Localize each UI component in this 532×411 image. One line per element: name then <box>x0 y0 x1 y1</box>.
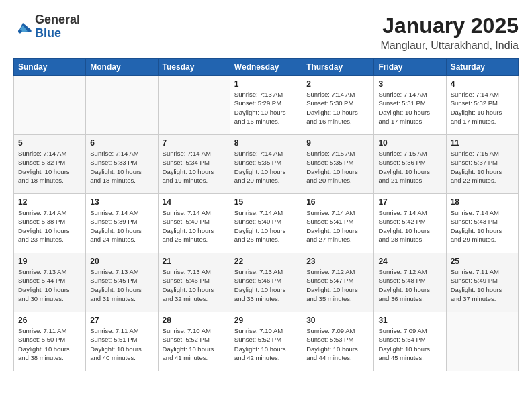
month-title: January 2025 <box>381 13 519 38</box>
day-info: Sunrise: 7:14 AM Sunset: 5:34 PM Dayligh… <box>163 149 226 185</box>
calendar-cell: 18Sunrise: 7:14 AM Sunset: 5:43 PM Dayli… <box>446 194 518 253</box>
calendar-cell: 16Sunrise: 7:14 AM Sunset: 5:41 PM Dayli… <box>302 194 374 253</box>
day-number: 7 <box>163 138 226 148</box>
calendar-cell: 14Sunrise: 7:14 AM Sunset: 5:40 PM Dayli… <box>158 194 230 253</box>
calendar-cell: 10Sunrise: 7:15 AM Sunset: 5:36 PM Dayli… <box>374 135 446 194</box>
calendar-cell: 24Sunrise: 7:12 AM Sunset: 5:48 PM Dayli… <box>374 253 446 312</box>
calendar-cell: 30Sunrise: 7:09 AM Sunset: 5:53 PM Dayli… <box>302 312 374 371</box>
day-info: Sunrise: 7:14 AM Sunset: 5:42 PM Dayligh… <box>378 208 441 244</box>
weekday-header-thursday: Thursday <box>302 59 374 76</box>
calendar-cell: 17Sunrise: 7:14 AM Sunset: 5:42 PM Dayli… <box>374 194 446 253</box>
day-number: 1 <box>234 79 298 89</box>
weekday-header-sunday: Sunday <box>14 59 86 76</box>
day-info: Sunrise: 7:14 AM Sunset: 5:40 PM Dayligh… <box>163 208 226 244</box>
day-info: Sunrise: 7:11 AM Sunset: 5:50 PM Dayligh… <box>18 326 81 362</box>
day-info: Sunrise: 7:11 AM Sunset: 5:51 PM Dayligh… <box>90 326 153 362</box>
day-number: 14 <box>163 197 226 207</box>
day-info: Sunrise: 7:14 AM Sunset: 5:43 PM Dayligh… <box>451 208 514 244</box>
day-number: 31 <box>378 316 441 325</box>
day-info: Sunrise: 7:13 AM Sunset: 5:29 PM Dayligh… <box>234 90 298 126</box>
day-info: Sunrise: 7:14 AM Sunset: 5:32 PM Dayligh… <box>18 149 81 185</box>
svg-point-2 <box>18 30 22 34</box>
day-number: 24 <box>378 257 441 266</box>
calendar-week-3: 12Sunrise: 7:14 AM Sunset: 5:38 PM Dayli… <box>14 194 519 253</box>
calendar-cell: 31Sunrise: 7:09 AM Sunset: 5:54 PM Dayli… <box>374 312 446 371</box>
page-header: General Blue January 2025 Manglaur, Utta… <box>13 13 519 52</box>
weekday-header-tuesday: Tuesday <box>158 59 230 76</box>
calendar-cell: 2Sunrise: 7:14 AM Sunset: 5:30 PM Daylig… <box>302 76 374 135</box>
day-info: Sunrise: 7:13 AM Sunset: 5:45 PM Dayligh… <box>90 267 153 303</box>
calendar-cell: 6Sunrise: 7:14 AM Sunset: 5:33 PM Daylig… <box>86 135 158 194</box>
calendar-cell <box>158 76 230 135</box>
logo-general: General <box>35 13 80 27</box>
day-number: 21 <box>163 257 226 266</box>
calendar-cell <box>14 76 86 135</box>
calendar-cell: 3Sunrise: 7:14 AM Sunset: 5:31 PM Daylig… <box>374 76 446 135</box>
day-info: Sunrise: 7:14 AM Sunset: 5:30 PM Dayligh… <box>306 90 369 126</box>
calendar-week-5: 26Sunrise: 7:11 AM Sunset: 5:50 PM Dayli… <box>14 312 519 371</box>
day-number: 4 <box>451 79 514 89</box>
day-info: Sunrise: 7:09 AM Sunset: 5:53 PM Dayligh… <box>306 326 369 362</box>
calendar-cell: 5Sunrise: 7:14 AM Sunset: 5:32 PM Daylig… <box>14 135 86 194</box>
day-number: 26 <box>18 316 81 325</box>
day-number: 9 <box>306 138 369 148</box>
day-number: 29 <box>234 316 298 325</box>
day-number: 30 <box>306 316 369 325</box>
logo: General Blue <box>13 13 80 40</box>
day-info: Sunrise: 7:14 AM Sunset: 5:41 PM Dayligh… <box>306 208 369 244</box>
logo-text: General Blue <box>35 13 80 40</box>
calendar-cell: 21Sunrise: 7:13 AM Sunset: 5:46 PM Dayli… <box>158 253 230 312</box>
calendar-cell: 8Sunrise: 7:14 AM Sunset: 5:35 PM Daylig… <box>230 135 302 194</box>
calendar-cell: 11Sunrise: 7:15 AM Sunset: 5:37 PM Dayli… <box>446 135 518 194</box>
calendar-cell: 19Sunrise: 7:13 AM Sunset: 5:44 PM Dayli… <box>14 253 86 312</box>
weekday-header-saturday: Saturday <box>446 59 518 76</box>
day-info: Sunrise: 7:14 AM Sunset: 5:38 PM Dayligh… <box>18 208 81 244</box>
calendar-cell: 23Sunrise: 7:12 AM Sunset: 5:47 PM Dayli… <box>302 253 374 312</box>
day-number: 12 <box>18 197 81 207</box>
calendar-cell: 22Sunrise: 7:13 AM Sunset: 5:46 PM Dayli… <box>230 253 302 312</box>
calendar-cell: 26Sunrise: 7:11 AM Sunset: 5:50 PM Dayli… <box>14 312 86 371</box>
day-number: 19 <box>18 257 81 266</box>
weekday-header-friday: Friday <box>374 59 446 76</box>
day-info: Sunrise: 7:14 AM Sunset: 5:35 PM Dayligh… <box>234 149 298 185</box>
day-info: Sunrise: 7:13 AM Sunset: 5:44 PM Dayligh… <box>18 267 81 303</box>
day-info: Sunrise: 7:10 AM Sunset: 5:52 PM Dayligh… <box>163 326 226 362</box>
day-info: Sunrise: 7:13 AM Sunset: 5:46 PM Dayligh… <box>234 267 298 303</box>
day-number: 27 <box>90 316 153 325</box>
calendar-cell: 20Sunrise: 7:13 AM Sunset: 5:45 PM Dayli… <box>86 253 158 312</box>
day-number: 6 <box>90 138 153 148</box>
calendar-cell: 25Sunrise: 7:11 AM Sunset: 5:49 PM Dayli… <box>446 253 518 312</box>
day-info: Sunrise: 7:12 AM Sunset: 5:47 PM Dayligh… <box>306 267 369 303</box>
calendar-cell <box>86 76 158 135</box>
location-title: Manglaur, Uttarakhand, India <box>381 40 519 52</box>
day-number: 22 <box>234 257 298 266</box>
day-number: 28 <box>163 316 226 325</box>
day-number: 11 <box>451 138 514 148</box>
calendar-cell: 15Sunrise: 7:14 AM Sunset: 5:40 PM Dayli… <box>230 194 302 253</box>
day-number: 8 <box>234 138 298 148</box>
calendar-cell <box>446 312 518 371</box>
calendar-cell: 13Sunrise: 7:14 AM Sunset: 5:39 PM Dayli… <box>86 194 158 253</box>
calendar-cell: 29Sunrise: 7:10 AM Sunset: 5:52 PM Dayli… <box>230 312 302 371</box>
day-number: 15 <box>234 197 298 207</box>
calendar-cell: 7Sunrise: 7:14 AM Sunset: 5:34 PM Daylig… <box>158 135 230 194</box>
calendar-cell: 4Sunrise: 7:14 AM Sunset: 5:32 PM Daylig… <box>446 76 518 135</box>
day-info: Sunrise: 7:15 AM Sunset: 5:36 PM Dayligh… <box>378 149 441 185</box>
day-number: 5 <box>18 138 81 148</box>
day-number: 17 <box>378 197 441 207</box>
logo-icon <box>13 18 32 37</box>
calendar-cell: 12Sunrise: 7:14 AM Sunset: 5:38 PM Dayli… <box>14 194 86 253</box>
calendar-week-1: 1Sunrise: 7:13 AM Sunset: 5:29 PM Daylig… <box>14 76 519 135</box>
day-info: Sunrise: 7:11 AM Sunset: 5:49 PM Dayligh… <box>451 267 514 303</box>
calendar-cell: 9Sunrise: 7:15 AM Sunset: 5:35 PM Daylig… <box>302 135 374 194</box>
day-number: 16 <box>306 197 369 207</box>
day-info: Sunrise: 7:13 AM Sunset: 5:46 PM Dayligh… <box>163 267 226 303</box>
weekday-header-monday: Monday <box>86 59 158 76</box>
day-info: Sunrise: 7:14 AM Sunset: 5:32 PM Dayligh… <box>451 90 514 126</box>
day-info: Sunrise: 7:15 AM Sunset: 5:37 PM Dayligh… <box>451 149 514 185</box>
day-number: 2 <box>306 79 369 89</box>
day-info: Sunrise: 7:14 AM Sunset: 5:39 PM Dayligh… <box>90 208 153 244</box>
calendar-cell: 28Sunrise: 7:10 AM Sunset: 5:52 PM Dayli… <box>158 312 230 371</box>
day-info: Sunrise: 7:10 AM Sunset: 5:52 PM Dayligh… <box>234 326 298 362</box>
calendar-week-4: 19Sunrise: 7:13 AM Sunset: 5:44 PM Dayli… <box>14 253 519 312</box>
